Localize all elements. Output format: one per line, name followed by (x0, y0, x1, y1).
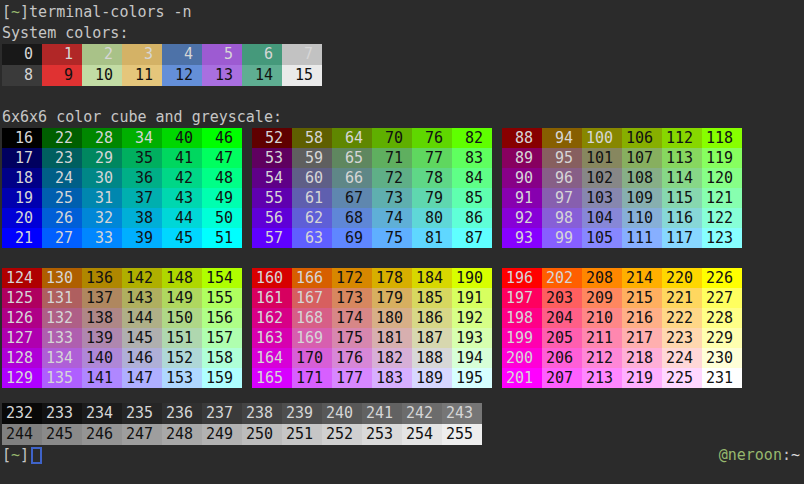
color-cell-191: 191 (452, 288, 492, 308)
color-cell-123: 123 (702, 228, 742, 248)
color-cell-81: 81 (412, 228, 452, 248)
color-cell-96: 96 (542, 168, 582, 188)
color-cell-254: 254 (402, 424, 442, 445)
color-cell-186: 186 (412, 308, 452, 328)
color-cell-141: 141 (82, 368, 122, 388)
color-cell-253: 253 (362, 424, 402, 445)
color-row: 202632384450 (2, 208, 242, 228)
cube-group-bottom: 1241301361421481541251311371431491551261… (2, 268, 804, 388)
color-cell-40: 40 (162, 128, 202, 148)
color-cell-94: 94 (542, 128, 582, 148)
color-cell-42: 42 (162, 168, 202, 188)
color-cell-7: 7 (282, 44, 322, 65)
color-cell-129: 129 (2, 368, 42, 388)
color-row: 162228344046 (2, 128, 242, 148)
color-cell-12: 12 (162, 65, 202, 86)
color-cell-62: 62 (292, 208, 332, 228)
color-cell-1: 1 (42, 44, 82, 65)
color-cell-110: 110 (622, 208, 662, 228)
color-row: 8894100106112118 (502, 128, 742, 148)
color-cell-0: 0 (2, 44, 42, 65)
color-cell-231: 231 (702, 368, 742, 388)
color-cell-122: 122 (702, 208, 742, 228)
color-cell-95: 95 (542, 148, 582, 168)
color-cell-217: 217 (622, 328, 662, 348)
color-cell-101: 101 (582, 148, 622, 168)
color-cell-114: 114 (662, 168, 702, 188)
color-cell-6: 6 (242, 44, 282, 65)
color-cell-90: 90 (502, 168, 542, 188)
color-cell-85: 85 (452, 188, 492, 208)
color-cell-11: 11 (122, 65, 162, 86)
color-cell-176: 176 (332, 348, 372, 368)
color-cell-147: 147 (122, 368, 162, 388)
color-row: 9399105111117123 (502, 228, 742, 248)
color-cell-36: 36 (122, 168, 162, 188)
color-cell-165: 165 (252, 368, 292, 388)
color-cell-65: 65 (332, 148, 372, 168)
color-cell-30: 30 (82, 168, 122, 188)
color-cell-120: 120 (702, 168, 742, 188)
color-cell-125: 125 (2, 288, 42, 308)
color-cell-52: 52 (252, 128, 292, 148)
color-cell-247: 247 (122, 424, 162, 445)
color-cell-22: 22 (42, 128, 82, 148)
color-cell-144: 144 (122, 308, 162, 328)
color-row: 162168174180186192 (252, 308, 492, 328)
cube-group-top: 1622283440461723293541471824303642481925… (2, 128, 804, 248)
color-cell-21: 21 (2, 228, 42, 248)
color-cell-133: 133 (42, 328, 82, 348)
color-cell-9: 9 (42, 65, 82, 86)
color-cell-2: 2 (82, 44, 122, 65)
color-row: 566268748086 (252, 208, 492, 228)
color-cell-61: 61 (292, 188, 332, 208)
color-row: 9197103109115121 (502, 188, 742, 208)
color-cell-134: 134 (42, 348, 82, 368)
color-cell-8: 8 (2, 65, 42, 86)
color-cell-23: 23 (42, 148, 82, 168)
color-cell-211: 211 (582, 328, 622, 348)
color-cell-203: 203 (542, 288, 582, 308)
color-cell-107: 107 (622, 148, 662, 168)
color-row: 127133139145151157 (2, 328, 242, 348)
color-cell-121: 121 (702, 188, 742, 208)
color-cell-138: 138 (82, 308, 122, 328)
color-cell-106: 106 (622, 128, 662, 148)
color-cell-53: 53 (252, 148, 292, 168)
color-cell-204: 204 (542, 308, 582, 328)
prompt-bracket-open: [ (2, 446, 11, 464)
prompt-tilde: ~ (11, 446, 20, 464)
color-row: 129135141147153159 (2, 368, 242, 388)
color-cell-194: 194 (452, 348, 492, 368)
color-cell-77: 77 (412, 148, 452, 168)
prompt-bracket-open: [ (2, 3, 11, 21)
color-cell-178: 178 (372, 268, 412, 288)
color-cell-168: 168 (292, 308, 332, 328)
color-cell-208: 208 (582, 268, 622, 288)
color-cell-76: 76 (412, 128, 452, 148)
color-cell-47: 47 (202, 148, 242, 168)
color-cell-73: 73 (372, 188, 412, 208)
color-cell-230: 230 (702, 348, 742, 368)
blank-line (2, 248, 804, 268)
color-row: 8995101107113119 (502, 148, 742, 168)
color-cell-237: 237 (202, 403, 242, 424)
color-cell-232: 232 (2, 403, 42, 424)
color-cell-88: 88 (502, 128, 542, 148)
color-cell-179: 179 (372, 288, 412, 308)
color-cell-223: 223 (662, 328, 702, 348)
terminal-window[interactable]: [~]terminal-colors -n System colors: 012… (0, 0, 804, 484)
color-cell-195: 195 (452, 368, 492, 388)
color-row: 244245246247248249250251252253254255 (2, 424, 804, 445)
color-cell-68: 68 (332, 208, 372, 228)
color-row: 160166172178184190 (252, 268, 492, 288)
color-row: 161167173179185191 (252, 288, 492, 308)
color-cell-127: 127 (2, 328, 42, 348)
color-cell-86: 86 (452, 208, 492, 228)
color-cell-190: 190 (452, 268, 492, 288)
color-cell-152: 152 (162, 348, 202, 368)
color-cell-153: 153 (162, 368, 202, 388)
prompt-line: [~]@neroon:~ (2, 445, 804, 466)
color-row: 125131137143149155 (2, 288, 242, 308)
color-cell-29: 29 (82, 148, 122, 168)
